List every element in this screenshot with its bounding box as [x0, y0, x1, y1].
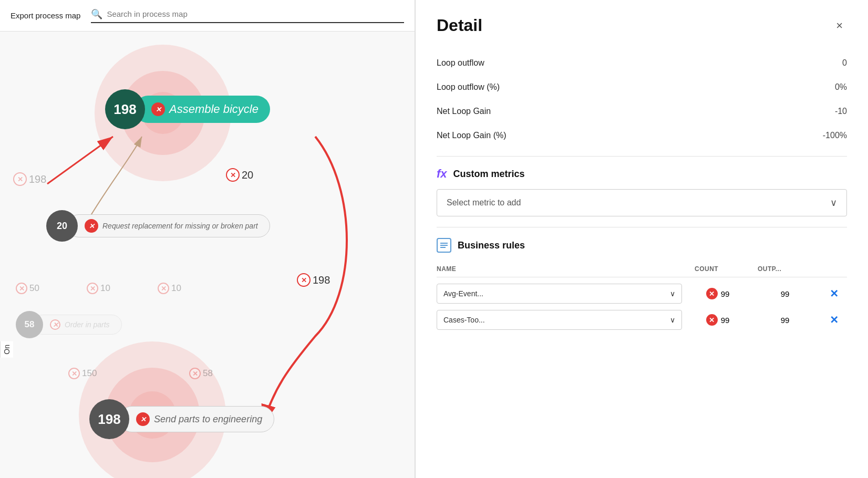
badge-10a: 10	[87, 283, 110, 294]
badge-150: 150	[68, 368, 97, 379]
left-panel: Export process map 🔍	[0, 0, 415, 478]
search-icon: 🔍	[91, 8, 102, 20]
svg-rect-12	[440, 247, 446, 248]
col-output: OUTP...	[758, 265, 821, 273]
badge-58: 58	[189, 368, 213, 379]
red-x-badge-198r	[297, 273, 311, 287]
metrics-list: Loop outflow 0 Loop outflow (%) 0% Net L…	[437, 51, 847, 148]
metric-dropdown[interactable]: Select metric to add ∨	[437, 189, 847, 216]
right-panel: Detail × Loop outflow 0 Loop outflow (%)…	[415, 0, 868, 478]
node-label-send: Send parts to engineering	[119, 406, 274, 432]
metric-label-1: Loop outflow (%)	[437, 82, 500, 92]
col-name: NAME	[437, 265, 695, 273]
metric-row-3: Net Loop Gain (%) -100%	[437, 123, 847, 148]
rule-name-1: Cases-Too...	[443, 316, 485, 324]
close-button[interactable]: ×	[832, 17, 847, 35]
custom-metrics-title: Custom metrics	[453, 169, 525, 180]
chevron-down-icon: ∨	[830, 197, 837, 209]
order-text: Order in parts	[65, 320, 110, 329]
rule-output-val-1: 99	[781, 316, 790, 325]
rules-icon	[437, 238, 451, 253]
metric-row-0: Loop outflow 0	[437, 51, 847, 75]
node-label-request: Request replacement for missing or broke…	[67, 214, 270, 237]
svg-rect-11	[440, 245, 448, 246]
metric-label-0: Loop outflow	[437, 58, 484, 68]
red-x-10a	[87, 283, 98, 294]
metric-value-1: 0%	[835, 82, 847, 92]
node-circle-order: 58	[16, 311, 43, 338]
table-row-1: Cases-Too... ∨ 99 99 ✕	[437, 310, 847, 330]
metric-label-2: Net Loop Gain	[437, 107, 491, 116]
table-header: NAME COUNT OUTP...	[437, 261, 847, 277]
metric-row-2: Net Loop Gain -10	[437, 99, 847, 123]
node-circle-send: 198	[89, 399, 129, 439]
process-map: On 198 Assemble bicycle 198 20 198 20	[0, 32, 415, 478]
search-input[interactable]	[107, 9, 404, 18]
metric-label-3: Net Loop Gain (%)	[437, 131, 507, 140]
red-x-rule-1	[706, 314, 718, 326]
divider-1	[437, 156, 847, 157]
node-request[interactable]: 20 Request replacement for missing or br…	[46, 210, 270, 242]
badge-20-topright: 20	[226, 168, 253, 182]
red-x-badge-20	[226, 168, 240, 182]
svg-line-6	[47, 137, 113, 184]
chevron-down-rule-1: ∨	[670, 316, 675, 324]
node-order[interactable]: 58 Order in parts	[16, 311, 122, 338]
top-bar: Export process map 🔍	[0, 0, 415, 32]
node-circle-assemble: 198	[105, 89, 145, 129]
business-rules-header: Business rules	[437, 238, 847, 253]
rule-select-0[interactable]: Avg-Event... ∨	[437, 284, 682, 304]
metric-value-0: 0	[842, 58, 847, 68]
badge-10b: 10	[158, 283, 181, 294]
badge-198-left: 198	[13, 172, 46, 186]
svg-rect-10	[440, 243, 448, 244]
panel-title: Detail	[437, 16, 482, 35]
export-label: Export process map	[11, 11, 80, 20]
rule-count-val-0: 99	[721, 289, 730, 298]
metric-value-3: -100%	[823, 131, 847, 140]
red-x-request	[85, 219, 98, 233]
assemble-text: Assemble bicycle	[169, 102, 259, 116]
metric-value-2: -10	[835, 107, 847, 116]
rule-output-1: 99	[753, 316, 817, 325]
divider-2	[437, 227, 847, 227]
delete-rule-1[interactable]: ✕	[830, 314, 839, 326]
red-x-rule-0	[706, 288, 718, 299]
send-text: Send parts to engineering	[154, 414, 262, 425]
chevron-down-rule-0: ∨	[670, 289, 675, 298]
custom-metrics-header: fx Custom metrics	[437, 167, 847, 181]
red-x-50	[16, 283, 27, 294]
rule-select-1[interactable]: Cases-Too... ∨	[437, 310, 682, 330]
node-circle-request: 20	[46, 210, 78, 242]
badge-50: 50	[16, 283, 39, 294]
red-x-assemble	[151, 102, 165, 116]
on-label: On	[0, 341, 13, 358]
node-assemble[interactable]: 198 Assemble bicycle	[105, 89, 270, 129]
rule-output-val-0: 99	[781, 289, 790, 298]
delete-rule-0[interactable]: ✕	[830, 287, 839, 300]
node-send[interactable]: 198 Send parts to engineering	[89, 399, 274, 439]
panel-header: Detail ×	[437, 16, 847, 35]
rule-name-0: Avg-Event...	[443, 289, 483, 298]
metric-dropdown-label: Select metric to add	[447, 198, 521, 207]
table-row-0: Avg-Event... ∨ 99 99 ✕	[437, 284, 847, 304]
red-x-150	[68, 368, 80, 379]
node-label-order: Order in parts	[33, 315, 122, 335]
rule-output-0: 99	[753, 289, 817, 298]
red-x-send	[136, 412, 150, 426]
rule-count-1: 99	[686, 314, 749, 326]
rule-count-val-1: 99	[721, 316, 730, 325]
request-text: Request replacement for missing or broke…	[102, 222, 258, 230]
business-rules-title: Business rules	[458, 240, 525, 251]
node-label-assemble: Assemble bicycle	[135, 96, 270, 123]
search-container[interactable]: 🔍	[91, 8, 404, 23]
metric-row-1: Loop outflow (%) 0%	[437, 75, 847, 99]
rule-count-0: 99	[686, 288, 749, 299]
col-count: COUNT	[695, 265, 758, 273]
fx-icon: fx	[437, 167, 447, 181]
badge-198-right: 198	[297, 273, 330, 287]
red-x-order	[50, 319, 60, 330]
red-x-badge-left	[13, 172, 27, 186]
red-x-10b	[158, 283, 169, 294]
red-x-58	[189, 368, 201, 379]
